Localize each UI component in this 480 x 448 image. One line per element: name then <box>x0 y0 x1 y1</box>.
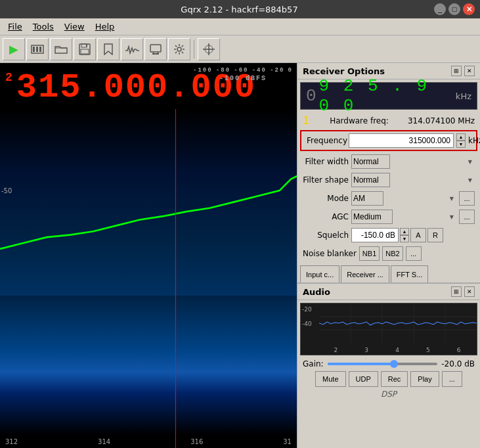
tab-input[interactable]: Input c... <box>300 265 339 282</box>
mode-row: Mode AM FM WFM LSB USB ... <box>297 189 480 208</box>
frequency-cursor <box>175 109 176 448</box>
mode-label: Mode <box>303 194 349 203</box>
tab-fft[interactable]: FFT S... <box>391 265 429 282</box>
minimize-button[interactable]: _ <box>434 3 446 15</box>
udp-button[interactable]: UDP <box>349 371 378 387</box>
gain-value: -20.0 dB <box>441 359 475 369</box>
title-bar-controls: _ □ ✕ <box>434 3 475 15</box>
hw-freq-label: Hardware freq: <box>330 116 389 125</box>
settings-button[interactable] <box>168 38 190 60</box>
audio-more-button[interactable]: ... <box>442 371 462 387</box>
play-button[interactable]: ▶ <box>3 38 25 60</box>
dbfs-scale: -100 -80 -60 -40 -20 0 -100 dBFS <box>192 63 297 109</box>
noise-blanker-row: Noise blanker NB1 NB2 ... <box>297 244 480 263</box>
bookmark-icon <box>104 43 113 55</box>
freq-label: Frequency <box>307 136 346 145</box>
computer-button[interactable] <box>144 38 167 60</box>
filter-shape-select[interactable]: Normal Soft Sharp <box>351 173 390 187</box>
svg-rect-3 <box>39 47 41 52</box>
squelch-a-button[interactable]: A <box>410 228 426 242</box>
freq-axis-labels: 312 314 316 31 <box>5 438 292 445</box>
freq-up-button[interactable]: ▲ <box>456 133 466 141</box>
network-button[interactable] <box>198 38 220 60</box>
frequency-axis: 312 314 316 31 <box>0 435 297 448</box>
main-content: 2 315.000.000 -100 -80 -60 -40 -20 0 -10… <box>0 63 480 448</box>
nb1-button[interactable]: NB1 <box>359 246 380 261</box>
filter-shape-row: Filter shape Normal Soft Sharp <box>297 171 480 189</box>
settings-icon <box>173 43 185 55</box>
close-panel-button[interactable]: ✕ <box>464 66 475 76</box>
computer-icon <box>149 43 162 55</box>
freq-unit-label: kHz <box>468 136 480 145</box>
svg-rect-2 <box>36 47 38 52</box>
squelch-down-button[interactable]: ▼ <box>400 235 409 242</box>
frequency-input-row: Frequency ▲ ▼ kHz <box>300 130 477 151</box>
bookmark-button[interactable] <box>97 38 120 60</box>
agc-row: AGC Off Slow Medium Fast ... <box>297 208 480 226</box>
memory-button[interactable] <box>26 38 49 60</box>
squelch-r-button[interactable]: R <box>427 228 443 242</box>
gain-label: Gain: <box>303 359 324 369</box>
audio-section: Audio ⊞ ✕ -20 -40 <box>297 283 480 400</box>
freq-digits: 9 2 5 . 9 0 0 <box>319 76 450 116</box>
audio-title: Audio <box>303 287 330 297</box>
noise-blanker-label: Noise blanker <box>303 249 357 258</box>
waveform-button[interactable] <box>121 38 143 60</box>
audio-header: Audio ⊞ ✕ <box>297 283 480 300</box>
hw-freq-value: 314.074100 MHz <box>408 116 475 125</box>
audio-db-labels: -20 -40 <box>302 306 312 327</box>
memory-icon <box>31 44 44 55</box>
label-number-2: 2 <box>5 66 14 84</box>
tab-receiver[interactable]: Receiver ... <box>341 265 389 282</box>
mute-button[interactable]: Mute <box>315 371 345 387</box>
freq-down-button[interactable]: ▼ <box>456 141 466 148</box>
digital-frequency-display: 0 9 2 5 . 9 0 0 kHz <box>300 82 477 110</box>
menu-file[interactable]: File <box>3 20 28 33</box>
frequency-display: 2 315.000.000 -100 -80 -60 -40 -20 0 -10… <box>0 63 297 109</box>
svg-rect-8 <box>150 45 161 52</box>
gain-slider[interactable] <box>328 363 438 365</box>
squelch-row: Squelch ▲ ▼ A R <box>297 226 480 244</box>
maximize-button[interactable]: □ <box>448 3 460 15</box>
agc-select[interactable]: Off Slow Medium Fast <box>351 210 393 224</box>
gain-slider-thumb[interactable] <box>390 360 398 368</box>
spectrum-svg <box>0 109 297 296</box>
dbfs-ticks: -100 -80 -60 -40 -20 0 <box>192 67 294 74</box>
filter-shape-label: Filter shape <box>303 175 349 185</box>
menu-help[interactable]: Help <box>90 20 120 33</box>
nb-more-button[interactable]: ... <box>406 246 422 261</box>
squelch-input[interactable] <box>351 228 399 242</box>
receiver-options-title: Receiver Options <box>303 66 385 76</box>
save-button[interactable] <box>74 38 96 60</box>
filter-width-select[interactable]: Normal Wide Narrow User <box>351 154 390 169</box>
rec-button[interactable]: Rec <box>381 371 408 387</box>
header-icons: ⊞ ✕ <box>451 66 475 76</box>
squelch-up-button[interactable]: ▲ <box>400 228 409 235</box>
audio-close-button[interactable]: ✕ <box>464 286 475 297</box>
agc-more-button[interactable]: ... <box>459 210 475 224</box>
close-button[interactable]: ✕ <box>463 3 475 15</box>
waveform-icon <box>125 44 139 55</box>
menu-view[interactable]: View <box>59 20 90 33</box>
tab-row: Input c... Receiver ... FFT S... <box>297 263 480 283</box>
play-audio-button[interactable]: Play <box>410 371 439 387</box>
filter-width-row: Filter width Normal Wide Narrow User <box>297 152 480 171</box>
dock-icon-button[interactable]: ⊞ <box>451 66 462 76</box>
menu-tools[interactable]: Tools <box>28 20 59 33</box>
mode-select[interactable]: AM FM WFM LSB USB <box>351 191 383 206</box>
freq-spinner: ▲ ▼ <box>456 133 466 148</box>
toolbar-separator <box>194 40 194 58</box>
nb2-button[interactable]: NB2 <box>382 246 403 261</box>
waterfall-area[interactable]: -50 -100 312 314 316 31 <box>0 109 297 448</box>
folder-button[interactable] <box>50 38 72 60</box>
mode-select-wrapper: AM FM WFM LSB USB <box>351 191 456 206</box>
dsp-label: DSP <box>297 388 480 400</box>
mode-more-button[interactable]: ... <box>459 191 475 206</box>
frequency-input[interactable] <box>349 133 454 148</box>
waterfall-colors <box>0 296 297 435</box>
freq-leading-zero: 0 <box>306 86 316 106</box>
squelch-label: Squelch <box>303 231 349 240</box>
audio-dock-button[interactable]: ⊞ <box>451 286 462 297</box>
save-icon <box>79 43 91 55</box>
svg-rect-6 <box>81 49 89 54</box>
